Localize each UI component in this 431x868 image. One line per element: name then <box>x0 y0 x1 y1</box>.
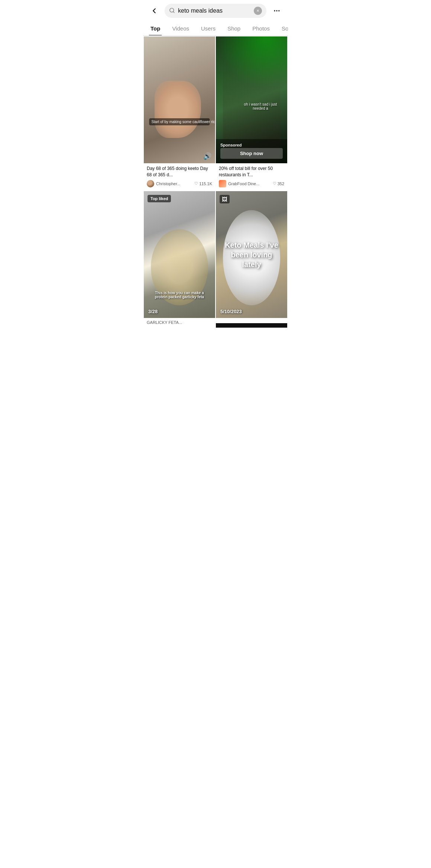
card-thumbnail: oh i wasn't sad i just needed a Sponsore… <box>216 36 287 163</box>
avatar <box>147 180 154 187</box>
tab-sounds[interactable]: Sounds <box>276 22 288 35</box>
card-meta: GARLICKY FETA... <box>147 320 212 325</box>
card-author: GARLICKY FETA... <box>147 320 212 325</box>
card-info <box>216 318 287 323</box>
card-thumbnail: Start of by making some cauliflower rice… <box>144 36 215 163</box>
result-card[interactable]: Start of by making some cauliflower rice… <box>144 36 215 190</box>
author-name: Christopher... <box>156 181 180 186</box>
card-title: 20% off total bill for over 50 restauran… <box>219 165 284 178</box>
like-number: 115.1K <box>199 181 212 186</box>
video-caption: Start of by making some cauliflower rice <box>149 118 210 125</box>
svg-line-1 <box>173 12 174 13</box>
result-card[interactable]: Top liked This is how you can make a pro… <box>144 191 215 328</box>
search-bar[interactable]: keto meals ideas × <box>165 4 266 18</box>
tab-shop[interactable]: Shop <box>221 22 246 35</box>
svg-point-4 <box>278 10 279 11</box>
avatar <box>219 180 226 187</box>
keto-overlay: Keto Meals I've been loving lately <box>216 191 287 318</box>
video-caption: This is how you can make a protein packe… <box>149 291 210 299</box>
thumbnail-visual <box>155 81 201 138</box>
clear-search-button[interactable]: × <box>254 7 262 15</box>
search-query-text: keto meals ideas <box>178 7 251 14</box>
card-author: GrabFood Dine... <box>219 180 273 187</box>
card-info: 20% off total bill for over 50 restauran… <box>216 163 287 190</box>
card-meta: GrabFood Dine... ♡ 352 <box>219 180 284 187</box>
back-button[interactable] <box>148 4 161 17</box>
card-info: GARLICKY FETA... <box>144 318 215 328</box>
keto-title-text: Keto Meals I've been loving lately <box>216 240 287 269</box>
search-icon <box>169 7 175 15</box>
sponsored-label: Sponsored <box>220 143 283 147</box>
card-thumbnail: Top liked This is how you can make a pro… <box>144 191 215 318</box>
card-thumbnail: 🖼 Keto Meals I've been loving lately 5/1… <box>216 191 287 318</box>
sponsored-overlay: Sponsored Shop now <box>216 139 287 163</box>
tab-photos[interactable]: Photos <box>246 22 276 35</box>
card-title: Day 68 of 365 doing keeto Day 68 of 365 … <box>147 165 212 178</box>
card-author: Christopher... <box>147 180 194 187</box>
date-badge: 3/28 <box>148 309 158 314</box>
search-tabs: Top Videos Users Shop Photos Sounds <box>143 22 288 36</box>
header: keto meals ideas × <box>143 0 288 22</box>
svg-point-3 <box>276 10 277 11</box>
volume-icon[interactable]: 🔊 <box>203 152 211 160</box>
top-liked-badge: Top liked <box>148 195 171 202</box>
heart-icon: ♡ <box>273 181 276 186</box>
sponsored-card[interactable]: oh i wasn't sad i just needed a Sponsore… <box>216 36 287 190</box>
author-name: GARLICKY FETA... <box>147 320 182 325</box>
tab-users[interactable]: Users <box>195 22 221 35</box>
card-meta: Christopher... ♡ 115.1K <box>147 180 212 187</box>
like-count: ♡ 115.1K <box>194 181 212 186</box>
date-badge: 5/10/2023 <box>220 309 242 314</box>
author-name: GrabFood Dine... <box>228 181 259 186</box>
tab-top[interactable]: Top <box>145 22 166 35</box>
more-options-button[interactable] <box>270 4 283 17</box>
result-card[interactable]: 🖼 Keto Meals I've been loving lately 5/1… <box>216 191 287 328</box>
heart-icon: ♡ <box>194 181 198 186</box>
results-grid: Start of by making some cauliflower rice… <box>143 36 288 328</box>
like-count: ♡ 352 <box>273 181 284 186</box>
like-number: 352 <box>278 181 284 186</box>
shop-now-button[interactable]: Shop now <box>220 148 283 159</box>
svg-point-2 <box>274 10 275 11</box>
video-text: oh i wasn't sad i just needed a <box>241 102 280 110</box>
card-info: Day 68 of 365 doing keeto Day 68 of 365 … <box>144 163 215 190</box>
tab-videos[interactable]: Videos <box>166 22 195 35</box>
